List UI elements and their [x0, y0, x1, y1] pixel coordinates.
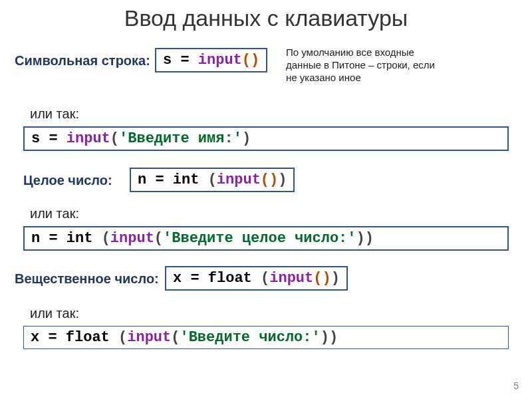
page-number: 5 [513, 380, 519, 391]
code-text: input [198, 52, 242, 68]
code-text: ( [171, 329, 180, 346]
code-text: ) [269, 172, 278, 188]
code-text: input [269, 270, 313, 287]
code-s-input: s = input() [155, 48, 267, 72]
code-text: int [173, 172, 200, 188]
code-text: 'Введите целое число:' [163, 230, 356, 247]
code-text: ) [278, 172, 287, 188]
code-text: 'Введите число:' [180, 329, 320, 346]
code-text: ( [242, 52, 251, 68]
page-title: Ввод данных с клавиатуры [0, 0, 532, 31]
code-text: x = [173, 270, 208, 287]
code-text [199, 172, 207, 188]
code-text: n = [31, 230, 66, 247]
code-text: ) [365, 230, 374, 247]
code-text: input [217, 172, 261, 188]
label-float: Вещественное число: [15, 271, 159, 287]
code-text: ( [118, 329, 127, 346]
code-text [252, 270, 261, 287]
code-text: input [127, 329, 171, 346]
code-text: float [208, 270, 252, 287]
code-text: ( [110, 130, 119, 147]
code-x-float-prompt: x = float (input('Введите число:')) [23, 326, 509, 349]
code-text: input [66, 130, 110, 147]
code-text: ( [208, 172, 217, 188]
code-text: float [66, 329, 110, 346]
code-text: n = [138, 172, 173, 188]
code-text: ) [329, 329, 338, 346]
code-text: ) [331, 270, 340, 287]
code-text: s = [163, 52, 198, 68]
code-text: ( [313, 270, 322, 287]
slide: Ввод данных с клавиатуры Символьная стро… [0, 0, 532, 399]
label-or-1: или так: [30, 106, 79, 122]
code-x-float: x = float (input()) [165, 266, 348, 291]
code-s-input-prompt: s = input('Введите имя:') [23, 126, 509, 151]
code-text: ( [102, 230, 110, 247]
code-text: ) [242, 130, 251, 147]
label-int: Целое число: [23, 173, 112, 188]
note-default-strings: По умолчанию все входные данные в Питоне… [286, 47, 436, 84]
code-text: s = [31, 130, 66, 147]
label-string: Символьная строка: [15, 53, 150, 68]
code-text: int [66, 230, 93, 247]
code-text: ( [154, 230, 163, 247]
code-text: ) [321, 329, 329, 346]
label-or-3: или так: [30, 306, 79, 321]
code-text: ( [261, 270, 269, 287]
code-text: input [110, 230, 154, 247]
label-or-2: или так: [30, 206, 79, 221]
code-text: ) [251, 52, 259, 68]
code-text: 'Введите имя:' [119, 130, 242, 147]
code-text [110, 329, 118, 346]
code-n-int-prompt: n = int (input('Введите целое число:')) [23, 226, 509, 251]
code-text [92, 230, 101, 247]
code-text: ) [322, 270, 331, 287]
code-text: ( [261, 172, 269, 188]
code-text: ) [356, 230, 365, 247]
code-n-int: n = int (input()) [130, 168, 295, 192]
code-text: x = [31, 329, 66, 346]
